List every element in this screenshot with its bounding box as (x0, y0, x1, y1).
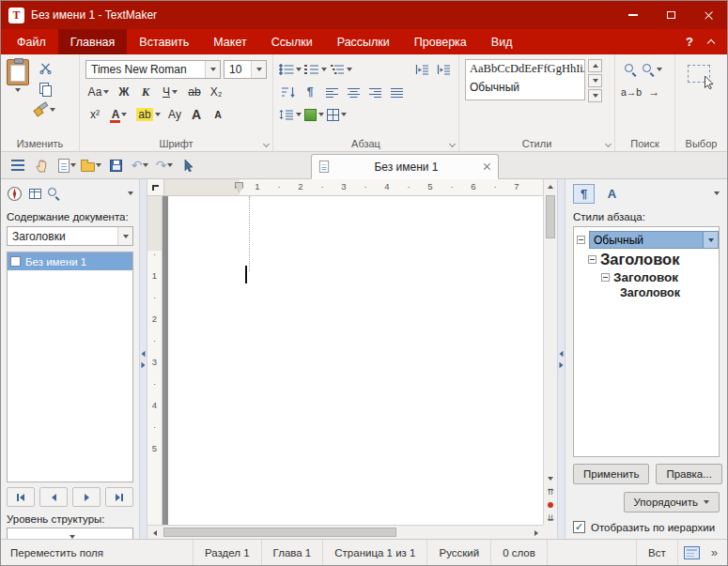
align-left-button[interactable] (322, 83, 341, 101)
paragraph-styles-button[interactable]: ¶ (573, 184, 595, 204)
scroll-down-button[interactable] (544, 472, 557, 485)
shrink-font-button[interactable]: А (209, 105, 227, 124)
tab-file[interactable]: Файл (5, 29, 58, 54)
styles-scroll-down-button[interactable] (588, 74, 602, 87)
item-checkbox[interactable] (10, 256, 21, 267)
vertical-scrollbar[interactable]: ⇈ ⇊ (543, 179, 557, 525)
grow-font-button[interactable]: А (187, 105, 206, 124)
maximize-button[interactable] (652, 1, 689, 29)
tab-review[interactable]: Проверка (402, 29, 479, 54)
paste-icon[interactable] (7, 59, 29, 85)
status-overflow-button[interactable]: » (705, 540, 727, 565)
toggle-sidebar-button[interactable] (6, 155, 30, 176)
style-current[interactable]: Обычный (466, 79, 584, 99)
style-preview[interactable]: AaBbCcDdEeFfGgHhIiJj (466, 60, 584, 79)
tab-references[interactable]: Ссылки (259, 29, 325, 54)
collapse-ribbon-icon[interactable] (707, 39, 715, 47)
previous-page-button[interactable]: ⇈ (544, 485, 557, 498)
numbered-list-button[interactable] (304, 60, 327, 79)
shading-button[interactable] (304, 105, 324, 124)
replace-button[interactable]: а→b (621, 83, 642, 101)
style-dropdown-icon[interactable] (703, 232, 718, 248)
tree-collapse-icon[interactable] (588, 255, 596, 264)
superscript-button[interactable]: x² (85, 105, 104, 124)
status-word-count[interactable]: 0 слов (491, 540, 548, 565)
selected-style[interactable]: Обычный (589, 231, 719, 249)
justify-button[interactable] (387, 83, 406, 101)
next-page-button[interactable]: ⇊ (544, 512, 557, 525)
decrease-indent-button[interactable] (412, 60, 431, 79)
highlight-button[interactable]: ab (134, 105, 163, 124)
cut-button[interactable] (35, 59, 55, 78)
change-case-button[interactable]: Аа (85, 83, 112, 101)
horizontal-scroll-track[interactable] (162, 526, 529, 539)
tab-view[interactable]: Вид (479, 29, 525, 54)
right-splitter[interactable] (557, 179, 565, 539)
tree-collapse-icon[interactable] (577, 236, 585, 244)
next-item-button[interactable] (72, 487, 101, 507)
paste-dropdown-icon[interactable] (15, 88, 21, 92)
left-toolbar-dropdown-icon[interactable] (128, 191, 133, 195)
vertical-scroll-track[interactable] (544, 193, 557, 472)
styles-scroll-up-button[interactable] (588, 59, 602, 72)
document-tab-close-icon[interactable] (483, 162, 491, 171)
copy-button[interactable] (35, 80, 55, 99)
tab-type-selector[interactable] (147, 179, 164, 196)
tab-insert[interactable]: Вставить (127, 29, 201, 54)
character-style-button[interactable]: Ау (165, 105, 184, 124)
goto-button[interactable]: → (644, 83, 663, 101)
navigator-compass-icon[interactable] (7, 186, 23, 202)
browse-object-button[interactable] (544, 498, 557, 512)
character-styles-button[interactable]: A (601, 184, 623, 204)
hand-tool-button[interactable] (30, 155, 54, 176)
strikethrough-button[interactable]: ab (185, 83, 204, 101)
tab-layout[interactable]: Макет (201, 29, 258, 54)
contents-filter-select[interactable]: Заголовки (7, 226, 133, 246)
show-formatting-button[interactable]: ¶ (301, 83, 319, 101)
subscript-button[interactable]: Х₂ (207, 83, 225, 101)
sort-button[interactable] (279, 83, 298, 101)
search-button[interactable] (621, 60, 640, 79)
arrange-button[interactable]: Упорядочить (624, 492, 720, 512)
tree-collapse-icon[interactable] (601, 273, 610, 282)
status-chapter[interactable]: Глава 1 (262, 540, 324, 565)
multilevel-list-button[interactable] (330, 60, 352, 79)
bullet-list-button[interactable] (279, 60, 302, 79)
underline-button[interactable]: Ч (158, 83, 182, 101)
status-page[interactable]: Страница 1 из 1 (323, 540, 427, 565)
style-item-normal[interactable]: Обычный (577, 231, 719, 249)
last-item-button[interactable] (105, 487, 133, 507)
scroll-left-button[interactable] (147, 526, 162, 539)
first-item-button[interactable] (7, 487, 35, 507)
tab-home[interactable]: Главная (58, 29, 128, 54)
horizontal-scrollbar[interactable] (147, 525, 543, 539)
style-item-heading2[interactable]: Заголовок (577, 270, 719, 284)
font-color-button[interactable]: А (107, 105, 132, 124)
list-item[interactable]: Без имени 1 (8, 252, 132, 270)
hierarchy-checkbox[interactable]: ✓ (573, 521, 585, 533)
left-splitter[interactable] (139, 179, 147, 539)
format-painter-button[interactable] (35, 100, 55, 119)
increase-indent-button[interactable] (434, 60, 453, 79)
document-page[interactable] (168, 196, 543, 525)
close-button[interactable] (689, 1, 727, 29)
status-language[interactable]: Русский (427, 540, 491, 565)
borders-button[interactable] (327, 105, 347, 124)
horizontal-ruler[interactable]: ·1·2·3·4·5·6·7 (164, 179, 543, 196)
edit-style-button[interactable]: Правка... (656, 464, 721, 484)
font-family-select[interactable]: Times New Roman (85, 60, 221, 79)
apply-style-button[interactable]: Применить (573, 464, 649, 484)
align-center-button[interactable] (344, 83, 363, 101)
styles-gallery[interactable]: AaBbCcDdEeFfGgHhIiJj Обычный (465, 59, 585, 100)
outline-level-select[interactable] (7, 528, 133, 539)
right-toolbar-dropdown-icon[interactable] (714, 191, 720, 195)
hierarchy-option[interactable]: ✓ Отобразить по иерархии (573, 521, 720, 533)
font-size-select[interactable]: 10 (224, 60, 267, 79)
select-mode-button[interactable] (688, 65, 716, 89)
tab-mailings[interactable]: Рассылки (325, 29, 402, 54)
undo-button[interactable]: ↶ (128, 155, 152, 176)
object-mode-button[interactable] (177, 155, 201, 176)
style-item-heading3[interactable]: Заголовок (577, 286, 719, 299)
previous-item-button[interactable] (39, 487, 68, 507)
style-item-heading1[interactable]: Заголовок (577, 251, 719, 268)
